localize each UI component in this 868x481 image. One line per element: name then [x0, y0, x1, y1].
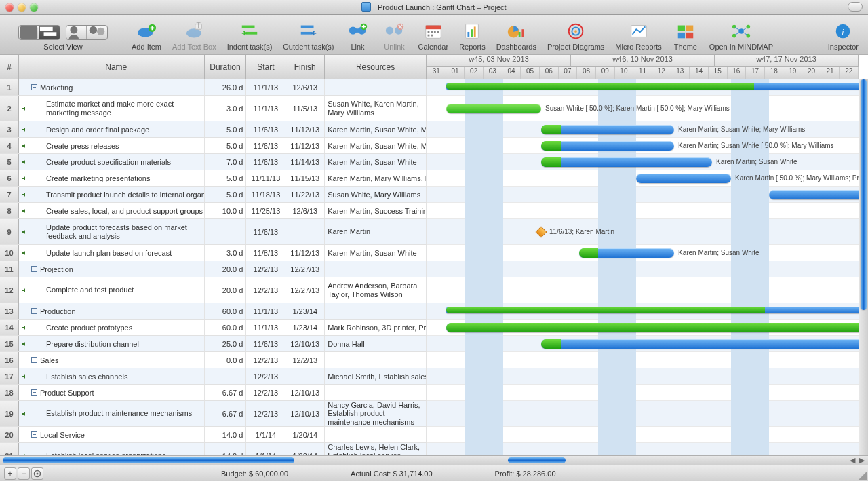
task-bar[interactable]: [769, 190, 864, 199]
grid-view-button[interactable]: [19, 26, 39, 39]
svg-point-5: [97, 28, 104, 35]
task-bar[interactable]: [541, 339, 868, 349]
bar-label: Karen Martin; Susan White: [716, 158, 797, 166]
collapse-icon[interactable]: [31, 431, 37, 438]
scroll-right-icon[interactable]: ▶: [857, 456, 867, 465]
link-indicator-icon: [22, 142, 25, 149]
window-titlebar: Product Launch : Gantt Chart – Project: [0, 0, 868, 15]
collapse-icon[interactable]: [31, 357, 37, 363]
indent-button[interactable]: Indent task(s): [222, 21, 278, 51]
collapse-icon[interactable]: [31, 266, 37, 272]
svg-point-3: [70, 26, 77, 34]
micro-reports-button[interactable]: Micro Reports: [610, 21, 667, 51]
remove-row-button[interactable]: −: [18, 467, 30, 480]
gantt-chart[interactable]: w45, 03 Nov 2013w46, 10 Nov 2013w47, 17 …: [427, 55, 868, 455]
actual-cost-metric: Actual Cost: $ 31,714.00: [351, 469, 433, 478]
link-button[interactable]: Link: [340, 21, 376, 51]
inspector-button[interactable]: i Inspector: [823, 21, 864, 51]
link-indicator-icon: [22, 159, 25, 166]
svg-rect-36: [522, 29, 524, 37]
workspace: # Name Duration Start Finish Resources 1…: [0, 54, 868, 465]
table-row[interactable]: 13Production60.0 d11/1/131/23/14: [0, 303, 427, 320]
svg-rect-28: [427, 35, 429, 37]
table-row[interactable]: 11Projection20.0 d12/2/1312/27/13: [0, 261, 427, 277]
table-row[interactable]: 12Complete and test product20.0 d12/2/13…: [0, 277, 427, 303]
table-row[interactable]: 14Create product prototypes60.0 d11/1/13…: [0, 320, 427, 336]
link-indicator-icon: [22, 208, 25, 214]
col-name[interactable]: Name: [28, 55, 205, 79]
table-row[interactable]: 17Establish sales channels12/2/13Michael…: [0, 368, 427, 385]
document-icon: [361, 2, 371, 12]
col-indicator[interactable]: [19, 55, 28, 79]
task-bar[interactable]: [446, 323, 868, 332]
unlink-button[interactable]: Unlink: [376, 21, 413, 51]
svg-rect-41: [678, 26, 685, 31]
table-row[interactable]: 4Create press releases5.0 d11/6/1311/12/…: [0, 138, 427, 154]
svg-rect-1: [41, 28, 52, 31]
table-row[interactable]: 10Update launch plan based on forecast3.…: [0, 245, 427, 261]
table-row[interactable]: 19Establish product maintenance mechanis…: [0, 401, 427, 427]
dashboards-button[interactable]: Dashboards: [491, 21, 542, 51]
link-indicator-icon: [22, 105, 25, 112]
summary-bar[interactable]: [446, 83, 868, 90]
timeline-weeks: w45, 03 Nov 2013w46, 10 Nov 2013w47, 17 …: [427, 55, 859, 67]
view-mode-segment[interactable]: [18, 25, 60, 40]
resize-grip-icon[interactable]: [857, 470, 867, 480]
collapse-icon[interactable]: [31, 389, 37, 396]
resource-segment[interactable]: [66, 25, 108, 40]
resource-usage-button[interactable]: [87, 26, 107, 39]
table-row[interactable]: 5Create product specification materials7…: [0, 154, 427, 170]
table-row[interactable]: 1Marketing26.0 d11/1/1312/6/13: [0, 79, 427, 96]
col-finish[interactable]: Finish: [285, 55, 325, 79]
table-row[interactable]: 18Product Support6.67 d12/2/1312/10/13: [0, 385, 427, 401]
task-bar[interactable]: [541, 141, 674, 151]
table-row[interactable]: 7Transmit product launch details to inte…: [0, 187, 427, 203]
table-row[interactable]: 16Sales0.0 d12/2/1312/2/13: [0, 352, 427, 368]
col-duration[interactable]: Duration: [205, 55, 247, 79]
task-bar[interactable]: [446, 104, 541, 113]
add-text-box-button[interactable]: T Add Text Box: [167, 21, 222, 51]
gantt-vscrollbar[interactable]: [859, 79, 868, 455]
task-bar[interactable]: [636, 174, 731, 183]
add-row-button[interactable]: +: [4, 467, 16, 480]
svg-text:T: T: [197, 22, 201, 29]
task-bar[interactable]: [541, 125, 674, 134]
link-indicator-icon: [22, 126, 25, 133]
col-resources[interactable]: Resources: [325, 55, 427, 79]
scroll-left-icon[interactable]: ◀: [848, 456, 857, 465]
task-bar[interactable]: [541, 157, 712, 167]
outdent-button[interactable]: Outdent task(s): [277, 21, 339, 51]
summary-bar[interactable]: [446, 307, 868, 313]
svg-rect-13: [301, 26, 314, 28]
task-bar[interactable]: [579, 248, 674, 258]
gantt-hscrollbar[interactable]: ◀ ▶: [427, 455, 868, 465]
reports-button[interactable]: Reports: [454, 21, 491, 51]
gantt-view-button[interactable]: [39, 26, 60, 39]
theme-button[interactable]: Theme: [667, 21, 704, 51]
grid-hscrollbar[interactable]: [0, 455, 427, 465]
svg-point-57: [37, 472, 39, 474]
collapse-icon[interactable]: [31, 308, 37, 314]
toolbar-toggle-button[interactable]: [848, 2, 863, 12]
table-row[interactable]: 15Prepare distribution channel25.0 d11/6…: [0, 336, 427, 352]
col-start[interactable]: Start: [246, 55, 285, 79]
table-row[interactable]: 21Establish local service organizations1…: [0, 443, 427, 455]
svg-rect-11: [242, 26, 255, 28]
open-mindmap-button[interactable]: Open In MINDMAP: [704, 21, 778, 51]
link-indicator-icon: [22, 287, 25, 294]
resource-sheet-button[interactable]: [66, 26, 87, 39]
calendar-button[interactable]: Calendar: [413, 21, 454, 51]
col-number[interactable]: #: [0, 55, 19, 79]
table-row[interactable]: 9Update product forecasts based on marke…: [0, 219, 427, 245]
settings-gear-button[interactable]: [31, 467, 43, 480]
add-item-button[interactable]: Add Item: [126, 21, 167, 51]
table-row[interactable]: 20Local Service14.0 d1/1/141/20/14: [0, 427, 427, 443]
table-row[interactable]: 3Design and order final package5.0 d11/6…: [0, 121, 427, 138]
table-row[interactable]: 8Create sales, local, and product suppor…: [0, 203, 427, 219]
table-row[interactable]: 2Estimate market and make more exact mar…: [0, 96, 427, 121]
table-row[interactable]: 6Create marketing presentations5.0 d11/1…: [0, 170, 427, 187]
grid-body[interactable]: 1Marketing26.0 d11/1/1312/6/132Estimate …: [0, 79, 427, 455]
link-indicator-icon: [22, 229, 25, 235]
collapse-icon[interactable]: [31, 84, 37, 90]
project-diagrams-button[interactable]: Project Diagrams: [542, 21, 610, 51]
